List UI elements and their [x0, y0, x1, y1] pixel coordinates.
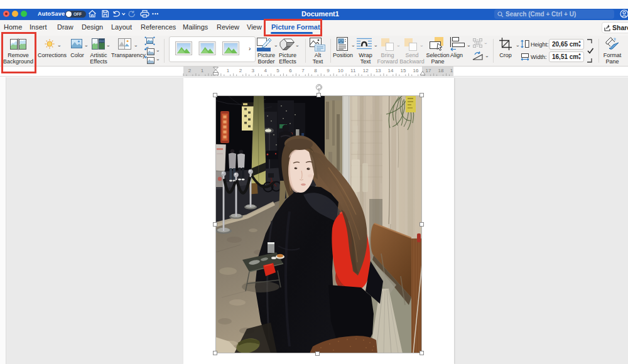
svg-text:2: 2: [239, 68, 242, 73]
svg-text:5: 5: [276, 68, 279, 73]
svg-text:1: 1: [227, 68, 230, 73]
svg-text:18: 18: [438, 68, 444, 73]
svg-text:17: 17: [426, 68, 431, 73]
svg-text:9: 9: [327, 68, 330, 73]
svg-text:11: 11: [350, 68, 356, 73]
svg-text:12: 12: [363, 68, 369, 73]
svg-text:6: 6: [289, 68, 292, 73]
svg-text:1: 1: [201, 68, 204, 73]
svg-text:13: 13: [376, 68, 381, 73]
svg-text:7: 7: [301, 68, 305, 73]
svg-text:3: 3: [252, 68, 255, 73]
svg-text:16: 16: [413, 68, 418, 73]
svg-text:4: 4: [264, 68, 267, 73]
svg-text:2: 2: [188, 68, 192, 73]
svg-text:1: 1: [450, 68, 453, 73]
svg-text:8: 8: [314, 68, 317, 73]
svg-text:14: 14: [388, 68, 394, 73]
svg-text:15: 15: [401, 68, 406, 73]
svg-text:10: 10: [338, 68, 344, 73]
